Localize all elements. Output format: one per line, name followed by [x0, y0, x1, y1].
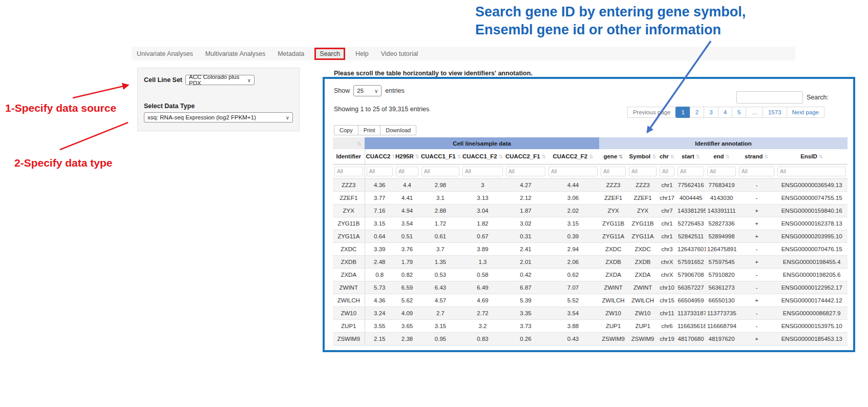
column-header-cuacc1-f2[interactable]: CUACC1_F2⇅ — [461, 149, 504, 164]
filter-input-identifier[interactable] — [334, 167, 363, 176]
cell-symbol: ZW10 — [627, 307, 658, 319]
page-length-select[interactable]: 25 ∨ — [353, 85, 382, 96]
page-button-5[interactable]: 5 — [732, 107, 746, 118]
filter-input-cuacc2[interactable] — [367, 167, 393, 176]
cell-h295r: 2.38 — [394, 332, 420, 345]
filter-input-h295r[interactable] — [396, 167, 418, 176]
column-header-cuacc1-f1[interactable]: CUACC1_F1⇅ — [420, 149, 461, 164]
cell-cuacc2: 2.48 — [365, 255, 394, 268]
table-row-zup1[interactable]: ZUP13.553.653.153.23.733.88ZUP1ZUP1chr61… — [333, 319, 848, 332]
cell-cuacc1-f1: 2.98 — [420, 178, 461, 191]
step2-annotation: 2-Specify data type — [14, 157, 112, 169]
filter-input-start[interactable] — [678, 167, 704, 176]
sort-icon: ⇅ — [499, 154, 503, 159]
cell-strand: - — [737, 281, 776, 294]
cell-chr: chr17 — [658, 191, 676, 204]
copy-button[interactable]: Copy — [334, 125, 358, 135]
table-row-zxdc[interactable]: ZXDC3.393.763.73.892.412.94ZXDCZXDCchr31… — [333, 242, 848, 255]
table-search-input[interactable] — [736, 91, 803, 104]
filter-input-symbol[interactable] — [629, 167, 657, 176]
filter-input-cuacc2-f1[interactable] — [506, 167, 545, 176]
filter-input-end[interactable] — [707, 167, 736, 176]
cell-symbol: ZXDB — [627, 255, 658, 268]
filter-input-chr[interactable] — [660, 167, 674, 176]
filter-input-cuacc1-f2[interactable] — [462, 167, 503, 176]
column-header-chr[interactable]: chr⇅ — [658, 149, 676, 164]
cell-cuacc2: 0.8 — [365, 268, 394, 281]
column-header-cuacc2-f1[interactable]: CUACC2_F1⇅ — [504, 149, 547, 164]
page-button-2[interactable]: 2 — [690, 107, 704, 118]
table-row-zyg11b[interactable]: ZYG11B3.153.541.721.823.023.15ZYG11BZYG1… — [333, 217, 848, 230]
table-row-zzef1[interactable]: ZZEF13.774.413.13.132.123.06ZZEF1ZZEF1ch… — [333, 191, 848, 204]
cell-chr: chr10 — [658, 281, 676, 294]
cell-cuacc2-f2: 3.06 — [547, 191, 599, 204]
cell-gene: ZZZ3 — [599, 178, 627, 191]
cell-cuacc1-f2: 0.67 — [461, 230, 504, 242]
cell-h295r: 4.94 — [394, 204, 420, 217]
table-row-zswim9[interactable]: ZSWIM92.152.380.950.830.260.43ZSWIM9ZSWI… — [333, 332, 848, 345]
cell-start: 113733187 — [676, 307, 706, 319]
page-button-3[interactable]: 3 — [704, 107, 718, 118]
column-header-strand[interactable]: strand⇅ — [737, 149, 776, 164]
nav-item-metadata[interactable]: Metadata — [278, 50, 304, 57]
cell-identifier: ZWINT — [333, 281, 365, 294]
table-row-zwilch[interactable]: ZWILCH4.365.624.574.695.395.52ZWILCHZWIL… — [333, 294, 848, 307]
cell-start: 116635618 — [676, 319, 706, 332]
column-header-end[interactable]: end⇅ — [706, 149, 737, 164]
nav-item-multivariate-analyses[interactable]: Multivariate Analyses — [205, 50, 265, 57]
data-type-select[interactable]: xsq: RNA-seq Expression (log2 FPKM+1) ∨ — [144, 112, 293, 123]
table-row-zzz3[interactable]: ZZZ34.364.42.9834.274.44ZZZ3ZZZ3chr17756… — [333, 178, 848, 191]
cell-cuacc1-f2: 3.04 — [461, 204, 504, 217]
cell-end: 57597545 — [706, 255, 737, 268]
column-header-start[interactable]: start⇅ — [676, 149, 706, 164]
nav-item-video-tutorial[interactable]: Video tutorial — [381, 50, 418, 57]
column-header-gene[interactable]: gene⇅ — [599, 149, 627, 164]
cell-h295r: 3.65 — [394, 319, 420, 332]
length-menu-prefix: Show — [334, 87, 350, 94]
print-button[interactable]: Print — [358, 125, 381, 135]
nav-item-search[interactable]: Search — [314, 48, 345, 60]
page-button-4[interactable]: 4 — [718, 107, 732, 118]
cell-start: 48170680 — [676, 332, 706, 345]
data-type-label: Select Data Type — [144, 103, 293, 110]
table-row-zyx[interactable]: ZYX7.164.942.883.041.872.02ZYXZYXchr7143… — [333, 204, 848, 217]
sort-icon: ⇅ — [819, 154, 823, 159]
sort-icon: ⇅ — [589, 154, 593, 159]
column-header-cuacc2[interactable]: CUACC2⇅ — [365, 149, 394, 164]
page-button-1573[interactable]: 1573 — [763, 107, 787, 118]
cell-end: 57910820 — [706, 268, 737, 281]
table-row-zxda[interactable]: ZXDA0.80.820.530.580.420.62ZXDAZXDAchrX5… — [333, 268, 848, 281]
group-header-corner[interactable]: ⇅ — [333, 137, 365, 149]
cell-cuacc2-f1: 4.27 — [504, 178, 547, 191]
nav-item-help[interactable]: Help — [355, 50, 369, 57]
filter-input-ensid[interactable] — [777, 167, 846, 176]
filter-input-cuacc1-f1[interactable] — [421, 167, 459, 176]
column-header-symbol[interactable]: Symbol⇅ — [627, 149, 658, 164]
cell-symbol: ZZZ3 — [627, 178, 658, 191]
previous-page-button[interactable]: Previous page — [627, 107, 676, 118]
column-header-h295r[interactable]: H295R⇅ — [394, 149, 420, 164]
nav-item-univariate-analyses[interactable]: Univariate Analyses — [137, 50, 193, 57]
table-search: Search: — [736, 91, 829, 104]
cell-cuacc1-f1: 3.1 — [420, 191, 461, 204]
table-row-zxdb[interactable]: ZXDB2.481.791.351.32.012.06ZXDBZXDBchrX5… — [333, 255, 848, 268]
next-page-button[interactable]: Next page — [787, 107, 824, 118]
filter-input-gene[interactable] — [601, 167, 626, 176]
table-row-zw10[interactable]: ZW103.244.092.72.723.353.54ZW10ZW10chr11… — [333, 307, 848, 319]
download-button[interactable]: Download — [380, 125, 416, 135]
filter-input-cuacc2-f2[interactable] — [548, 167, 598, 176]
column-header-cuacc2-f2[interactable]: CUACC2_F2⇅ — [547, 149, 599, 164]
cell-strand: - — [737, 191, 776, 204]
cell-symbol: ZWINT — [627, 281, 658, 294]
table-row-zyg11a[interactable]: ZYG11A0.640.510.610.670.310.39ZYG11AZYG1… — [333, 230, 848, 242]
table-row-zwint[interactable]: ZWINT5.736.596.436.496.877.07ZWINTZWINTc… — [333, 281, 848, 294]
filter-input-strand[interactable] — [739, 167, 774, 176]
page-button-1[interactable]: 1 — [675, 107, 690, 118]
cell-cuacc2-f2: 0.62 — [547, 268, 599, 281]
column-label: strand — [745, 153, 763, 159]
column-header-identifier[interactable]: Identifier — [333, 149, 365, 164]
cell-line-set-select[interactable]: ACC Colorado plus PDX ∨ — [185, 75, 255, 85]
column-header-ensid[interactable]: EnsID⇅ — [776, 149, 848, 164]
cell-identifier: ZZZ3 — [333, 178, 365, 191]
cell-chr: chr3 — [658, 242, 676, 255]
